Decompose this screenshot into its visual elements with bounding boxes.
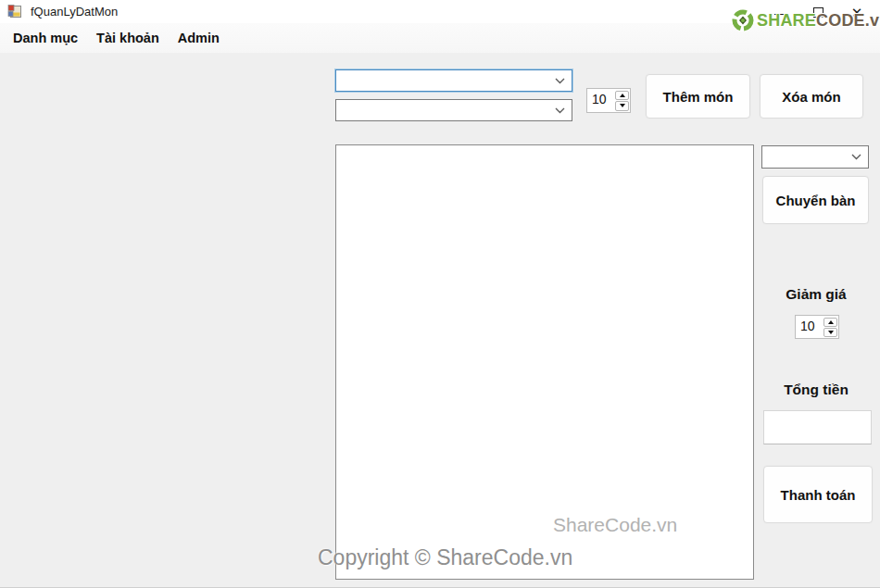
food-combobox[interactable] bbox=[335, 99, 572, 121]
discount-spinners bbox=[823, 316, 838, 338]
category-combobox[interactable] bbox=[335, 69, 572, 92]
total-label: Tổng tiền bbox=[760, 382, 873, 398]
quantity-value: 10 bbox=[587, 89, 614, 112]
spin-up-button[interactable] bbox=[615, 91, 629, 101]
add-dish-button[interactable]: Thêm món bbox=[646, 74, 750, 119]
table-combobox[interactable] bbox=[761, 145, 869, 169]
delete-dish-button[interactable]: Xóa món bbox=[760, 74, 863, 119]
panel-watermark: ShareCode.vn bbox=[553, 514, 677, 536]
chevron-down-icon bbox=[555, 78, 565, 84]
bill-listview[interactable]: ShareCode.vn bbox=[335, 144, 754, 580]
brand-share-text: SHARE bbox=[757, 11, 816, 30]
app-window: fQuanLyDatMon ✕ SHARECODE.vn Danh mục Tà… bbox=[0, 0, 880, 588]
chevron-down-icon bbox=[851, 154, 861, 160]
spin-up-button[interactable] bbox=[823, 318, 837, 327]
spin-down-button[interactable] bbox=[823, 328, 837, 337]
discount-label: Giảm giá bbox=[760, 286, 873, 303]
arrow-down-icon bbox=[828, 331, 834, 334]
arrow-down-icon bbox=[620, 104, 625, 107]
sharecode-logo: SHARECODE.vn bbox=[731, 8, 880, 32]
app-icon bbox=[7, 4, 22, 19]
total-amount-field[interactable] bbox=[763, 410, 872, 444]
menu-item-tai-khoan[interactable]: Tài khoản bbox=[87, 25, 169, 51]
arrow-up-icon bbox=[828, 320, 834, 324]
transfer-table-button[interactable]: Chuyển bàn bbox=[762, 176, 869, 224]
brand-code-text: CODE.vn bbox=[816, 11, 880, 30]
arrow-up-icon bbox=[620, 94, 625, 97]
pay-button[interactable]: Thanh toán bbox=[763, 466, 873, 523]
sharecode-recycle-icon bbox=[731, 8, 755, 32]
discount-stepper[interactable]: 10 bbox=[795, 315, 839, 339]
window-title: fQuanLyDatMon bbox=[31, 5, 118, 19]
menu-item-admin[interactable]: Admin bbox=[169, 25, 229, 51]
quantity-spinners bbox=[614, 89, 630, 112]
menu-item-danh-muc[interactable]: Danh mục bbox=[4, 25, 87, 51]
discount-value: 10 bbox=[796, 316, 823, 338]
chevron-down-icon bbox=[555, 107, 565, 114]
quantity-stepper[interactable]: 10 bbox=[586, 88, 631, 113]
copyright-watermark: Copyright © ShareCode.vn bbox=[318, 545, 572, 570]
spin-down-button[interactable] bbox=[615, 101, 629, 111]
